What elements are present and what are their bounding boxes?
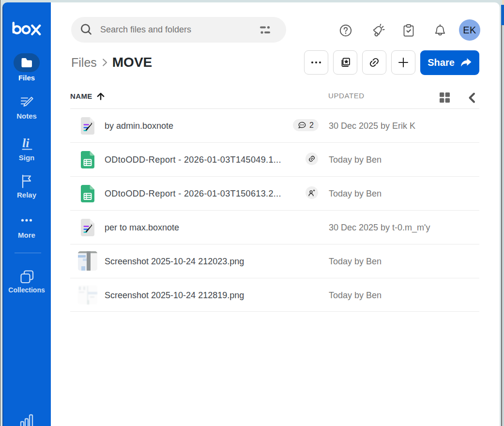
- svg-text:li: li: [22, 137, 30, 150]
